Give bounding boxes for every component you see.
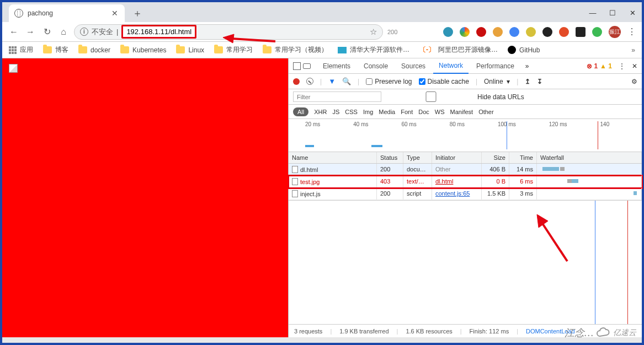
upload-har-icon[interactable]: ↥ (525, 78, 530, 85)
filter-js[interactable]: JS (332, 109, 339, 115)
home-button[interactable]: ⌂ (57, 27, 70, 37)
device-toggle-icon[interactable] (303, 63, 311, 69)
folder-icon (214, 46, 223, 53)
apps-button[interactable]: 应用 (9, 45, 33, 55)
browser-tabs: pachong ✕ ＋ (2, 2, 642, 22)
col-size[interactable]: Size (482, 152, 509, 163)
window-controls: — ☐ ✕ (589, 9, 636, 17)
network-timeline[interactable]: 20 ms 40 ms 60 ms 80 ms 100 ms 120 ms 14… (289, 119, 642, 152)
annotation-arrow (534, 214, 573, 264)
tab-sources[interactable]: Sources (396, 59, 431, 73)
col-initiator[interactable]: Initiator (432, 152, 482, 163)
minimize-button[interactable]: — (589, 9, 597, 17)
bookmark-folder[interactable]: 博客 (43, 45, 68, 55)
col-name[interactable]: Name (289, 152, 377, 163)
table-row[interactable]: test.jpg 403 text/… dl.html 0 B 6 ms (289, 176, 642, 188)
filter-xhr[interactable]: XHR (314, 109, 327, 115)
ext-icon-3[interactable] (476, 27, 486, 37)
disable-cache-checkbox[interactable]: Disable cache (419, 78, 469, 85)
table-row[interactable]: inject.js 200 script content.js:65 1.5 K… (289, 188, 642, 200)
col-type[interactable]: Type (403, 152, 432, 163)
svg-line-0 (231, 39, 275, 41)
inspect-icon[interactable] (293, 62, 301, 70)
ext-icon-6[interactable] (526, 27, 536, 37)
new-tab-button[interactable]: ＋ (128, 4, 147, 22)
close-window-button[interactable]: ✕ (629, 9, 636, 17)
more-tabs-icon[interactable]: » (522, 62, 533, 70)
tab-console[interactable]: Console (358, 59, 393, 73)
devtools-tabs: Elements Console Sources Network Perform… (289, 58, 642, 74)
ext-icon-1[interactable] (443, 27, 453, 37)
reload-button[interactable]: ↻ (41, 26, 53, 37)
bookmark-star-button[interactable]: ☆ (370, 27, 377, 37)
error-count[interactable]: ⊗ 1 (587, 62, 598, 70)
file-icon (292, 166, 298, 173)
security-label: 不安全 (92, 27, 113, 37)
hide-data-urls-checkbox[interactable]: Hide data URLs (387, 91, 524, 102)
bookmark-link[interactable]: GitHub (508, 46, 540, 54)
bookmark-folder[interactable]: Linux (176, 46, 204, 54)
filter-input[interactable] (293, 91, 381, 102)
back-button[interactable]: ← (8, 27, 20, 37)
bookmarks-overflow-icon[interactable]: » (631, 46, 635, 54)
devtools-menu-icon[interactable]: ⋮ (614, 62, 630, 70)
folder-icon (176, 46, 185, 53)
ext-icon-4[interactable] (493, 27, 503, 37)
filter-other[interactable]: Other (478, 109, 494, 115)
bookmark-link[interactable]: 〔-〕阿里巴巴开源镜像… (419, 45, 498, 55)
ext-icon-10[interactable] (592, 27, 602, 37)
tab-elements[interactable]: Elements (317, 59, 356, 73)
site-info-icon[interactable]: i (80, 28, 88, 36)
globe-icon (14, 9, 23, 18)
devtools-close-button[interactable]: ✕ (632, 62, 637, 70)
throttling-select[interactable]: Online ▾ (484, 78, 510, 85)
filter-img[interactable]: Img (363, 109, 373, 115)
bookmark-folder[interactable]: docker (78, 46, 110, 54)
tab-performance[interactable]: Performance (471, 59, 520, 73)
watermark: 江念… 亿速云 (565, 326, 636, 339)
kebab-menu-icon[interactable]: ⋮ (627, 26, 636, 37)
folder-icon (43, 46, 52, 53)
table-row[interactable]: dl.html 200 docu… Other 406 B 14 ms (289, 164, 642, 176)
filter-ws[interactable]: WS (435, 109, 445, 115)
record-button[interactable] (293, 78, 300, 85)
extension-icons: 振江 ⋮ (443, 26, 636, 38)
col-waterfall[interactable]: Waterfall (537, 152, 642, 163)
filter-types: All XHR JS CSS Img Media Font Doc WS Man… (289, 105, 642, 119)
filter-all[interactable]: All (293, 107, 308, 116)
close-tab-button[interactable]: ✕ (111, 9, 118, 18)
tab-network[interactable]: Network (433, 58, 469, 74)
settings-icon[interactable]: ⚙ (631, 78, 637, 85)
filter-toggle-icon[interactable]: ▼ (328, 77, 336, 85)
ext-icon-8[interactable] (559, 27, 569, 37)
preserve-log-checkbox[interactable]: Preserve log (366, 78, 412, 85)
filter-media[interactable]: Media (379, 109, 395, 115)
browser-tab[interactable]: pachong ✕ (9, 4, 125, 22)
filter-doc[interactable]: Doc (418, 109, 429, 115)
ext-icon-9[interactable] (576, 27, 586, 37)
status-finish: Finish: 112 ms (470, 328, 509, 335)
search-icon[interactable]: 🔍 (342, 77, 351, 85)
ext-icon-2[interactable] (460, 27, 470, 37)
network-table: Name Status Type Initiator Size Time Wat… (289, 152, 642, 201)
ext-icon-7[interactable] (542, 27, 552, 37)
filter-css[interactable]: CSS (345, 109, 358, 115)
site-icon (338, 47, 347, 53)
filter-manifest[interactable]: Manifest (450, 109, 473, 115)
page-content (2, 58, 288, 337)
forward-button[interactable]: → (24, 27, 36, 37)
clear-button[interactable] (306, 78, 313, 85)
filter-font[interactable]: Font (401, 109, 413, 115)
bookmark-link[interactable]: 清华大学开源软件… (338, 45, 409, 55)
address-bar-row: ← → ↻ ⌂ i 不安全 | 192.168.1.11/dl.html ☆ 2… (2, 22, 642, 42)
col-status[interactable]: Status (377, 152, 403, 163)
user-avatar[interactable]: 振江 (609, 26, 621, 38)
folder-icon (78, 46, 87, 53)
col-time[interactable]: Time (509, 152, 537, 163)
ext-icon-5[interactable] (509, 27, 519, 37)
warning-count[interactable]: ▲ 1 (600, 62, 612, 70)
bookmark-folder[interactable]: Kubernetes (120, 46, 166, 54)
maximize-button[interactable]: ☐ (609, 9, 616, 17)
folder-icon (120, 46, 129, 53)
download-har-icon[interactable]: ↧ (537, 78, 542, 85)
